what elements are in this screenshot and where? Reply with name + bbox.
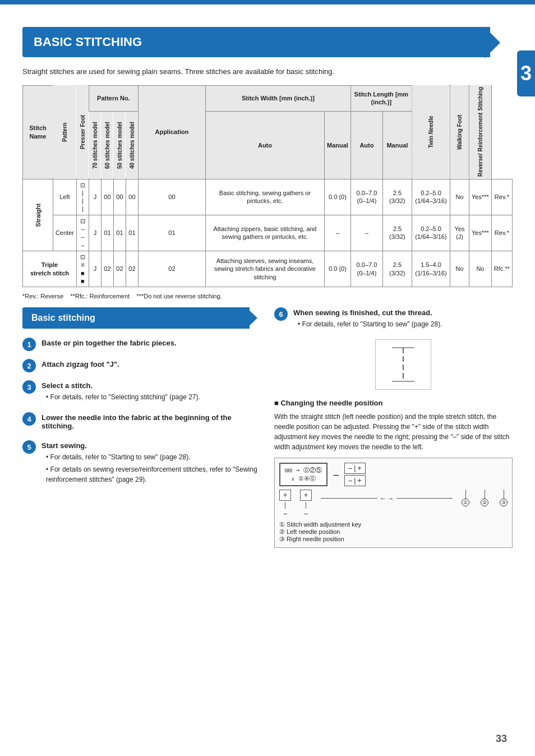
- col-stitch-width: Stitch Width [mm (inch.)]: [205, 85, 350, 112]
- presser-foot-center: J: [89, 215, 101, 251]
- step-num-5: 5: [22, 440, 36, 454]
- step-bullet-5-0: For details, refer to "Starting to sew" …: [46, 452, 261, 462]
- sl-manual-center: 0.2–5.0 (1/64–3/16): [412, 215, 450, 251]
- right-col: 6 When sewing is finished, cut the threa…: [274, 307, 513, 548]
- p50-center: 01: [126, 215, 138, 251]
- col-pattern-no: Pattern No.: [89, 85, 138, 112]
- diag-sub-row: + – + – ←→: [279, 490, 508, 518]
- step-title-4: Lower the needle into the fabric at the …: [41, 413, 261, 430]
- two-col-section: Basic stitching 1 Baste or pin together …: [22, 307, 513, 548]
- stitch-name-center: Center: [53, 215, 76, 251]
- arrow-line: ←→: [321, 490, 453, 503]
- col-application: Application: [138, 85, 205, 179]
- rev-left: Rev.*: [491, 179, 512, 215]
- pm-col-left-box: +: [279, 490, 291, 501]
- step-bullet-3-0: For details, refer to "Selecting stitchi…: [46, 392, 261, 402]
- app-center: Attaching zippers, basic stitching, and …: [205, 215, 324, 251]
- step-title-5: Start sewing.: [41, 441, 261, 450]
- p60-left: 00: [113, 179, 126, 215]
- step-bullet-6-0: For details, refer to "Starting to sew" …: [298, 319, 513, 329]
- arrow-separator: –: [333, 469, 339, 481]
- col-70s: 70 stitches model: [89, 112, 101, 179]
- top-bar: [0, 0, 535, 4]
- pattern-icon-left: ⊡|||: [76, 179, 89, 215]
- diag-item-3: ③: [500, 490, 508, 506]
- col-walking-foot: Walking Foot: [450, 85, 469, 179]
- chapter-number: 3: [520, 62, 532, 85]
- rev-center: Rev.*: [491, 215, 512, 251]
- p70-left: 00: [101, 179, 113, 215]
- left-col: Basic stitching 1 Baste or pin together …: [22, 307, 261, 495]
- step-content-6: When sewing is finished, cut the thread.…: [293, 307, 513, 331]
- page-title: BASIC STITCHING: [34, 35, 142, 49]
- step-sub-3: For details, refer to "Selecting stitchi…: [46, 392, 261, 402]
- col-presser-foot: Presser Foot: [76, 85, 89, 179]
- step-sub-6: For details, refer to "Starting to sew" …: [298, 319, 513, 329]
- step-num-4: 4: [22, 412, 36, 426]
- step-bullet-5-1: For details on sewing reverse/reinforcem…: [46, 464, 261, 485]
- col-50s: 50 stitches model: [113, 112, 126, 179]
- step-content-1: Baste or pin together the fabric pieces.: [41, 338, 261, 349]
- col-sl-auto: Auto: [350, 112, 382, 179]
- step-num-1: 1: [22, 338, 36, 351]
- app-triple: Attaching sleeves, sewing inseams, sewin…: [205, 251, 324, 287]
- pattern-icon-center: ⊡–––: [76, 215, 89, 251]
- step-num-3: 3: [22, 380, 36, 394]
- label-3: ③ Right needle position: [279, 536, 508, 543]
- step-3: 3 Select a stitch. For details, refer to…: [22, 380, 261, 404]
- sw-manual-left: 0.0–7.0 (0–1/4): [350, 179, 382, 215]
- needle-heading: ■ Changing the needle position: [274, 399, 513, 407]
- step-6: 6 When sewing is finished, cut the threa…: [274, 307, 513, 331]
- sl-auto-triple: 2.5 (3/32): [382, 251, 412, 287]
- p60-center: 01: [113, 215, 126, 251]
- sw-auto-left: 0.0 (0): [325, 179, 351, 215]
- p70-triple: 02: [101, 251, 113, 287]
- sw-auto-center: –: [325, 215, 351, 251]
- intro-text: Straight stitches are used for sewing pl…: [22, 66, 513, 77]
- minus-mid: –: [304, 510, 308, 518]
- col-sw-auto: Auto: [205, 112, 324, 179]
- presser-foot-triple: J: [89, 251, 101, 287]
- rev-triple: Rfc.**: [491, 251, 512, 287]
- step-num-2: 2: [22, 359, 36, 372]
- diag-labels: ① Stitch width adjustment key ② Left nee…: [279, 521, 508, 543]
- p60-triple: 02: [113, 251, 126, 287]
- lcd-display: ⊡⊡ → ⓪②⑤ ↓ ①④⓪: [279, 463, 328, 486]
- diag-main-row: ⊡⊡ → ⓪②⑤ ↓ ①④⓪ – – | + – | +: [279, 463, 508, 486]
- footnotes: *Rev.: Reverse **Rfc.: Reinforcement ***…: [22, 293, 513, 299]
- walk-left: Yes***: [469, 179, 492, 215]
- step-num-6: 6: [274, 307, 288, 321]
- group-triple: Triplestretch stitch: [23, 251, 77, 287]
- col-twin-needle: Twin Needle: [412, 85, 450, 179]
- twin-center: Yes (J): [450, 215, 469, 251]
- sl-auto-center: 2.5 (3/32): [382, 215, 412, 251]
- sl-manual-left: 0.2–5.0 (1/64–3/16): [412, 179, 450, 215]
- thread-image: [375, 339, 431, 390]
- col-pattern: Pattern: [53, 85, 76, 179]
- step-4: 4 Lower the needle into the fabric at th…: [22, 412, 261, 432]
- pattern-icon-triple: ⊡≡■■: [76, 251, 89, 287]
- sw-auto-triple: 0.0 (0): [325, 251, 351, 287]
- page-number: 33: [496, 733, 507, 745]
- diag-item-2: ②: [481, 490, 488, 506]
- step-content-4: Lower the needle into the fabric at the …: [41, 412, 261, 432]
- vert-line-left: [285, 502, 285, 509]
- step-title-2: Attach zigzag foot "J".: [41, 360, 261, 368]
- step-1: 1 Baste or pin together the fabric piece…: [22, 338, 261, 351]
- diag-numbered-items: ① ② ③: [462, 490, 508, 509]
- p40-triple: 02: [138, 251, 205, 287]
- table-row: Straight Left ⊡||| J 00 00 00 00 Basic s…: [23, 179, 513, 215]
- needle-desc: With the straight stitch (left needle po…: [274, 412, 513, 452]
- col-reverse: Reverse/ Reinforcement Stitching: [469, 85, 492, 179]
- col-stitch-length: Stitch Length [mm (inch.)]: [350, 85, 412, 112]
- minus-left: –: [283, 510, 287, 518]
- col-sw-manual: Manual: [325, 112, 351, 179]
- p40-center: 01: [138, 215, 205, 251]
- step-title-1: Baste or pin together the fabric pieces.: [41, 339, 261, 347]
- vert-line-mid: [306, 502, 306, 509]
- step-title-3: Select a stitch.: [41, 381, 261, 390]
- step-5: 5 Start sewing. For details, refer to "S…: [22, 440, 261, 487]
- col-40s: 40 stitches model: [126, 112, 138, 179]
- footnote-rev: *Rev.: Reverse: [22, 293, 63, 299]
- step-sub-5: For details, refer to "Starting to sew" …: [46, 452, 261, 485]
